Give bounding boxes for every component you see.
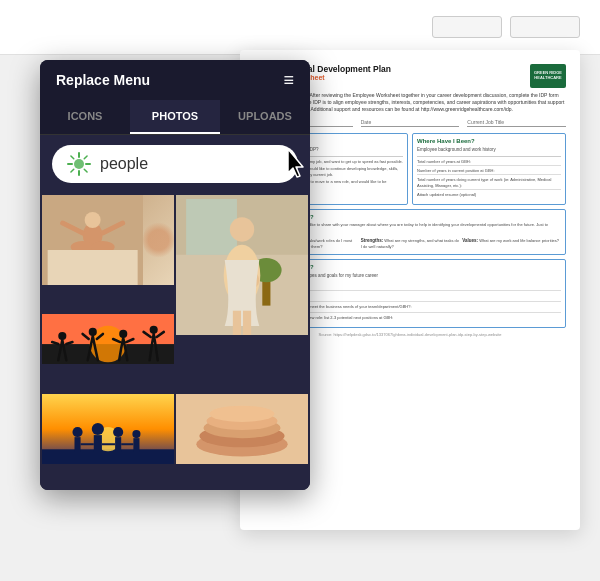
svg-point-0 [74, 159, 84, 169]
where-been-line-4: Attach updated resume (optional) [417, 192, 561, 198]
image-grid [40, 193, 310, 490]
sunburst-icon [66, 151, 92, 177]
svg-point-37 [72, 427, 82, 437]
svg-rect-38 [74, 437, 80, 451]
top-inputs [432, 16, 580, 38]
search-input-wrapper[interactable]: people [52, 145, 298, 183]
doc-field-job: Current Job Title [467, 119, 566, 127]
tab-photos[interactable]: PHOTOS [130, 100, 220, 134]
hamburger-icon[interactable]: ≡ [283, 70, 294, 91]
today-values: Values: What are my work and life balanc… [462, 238, 561, 250]
menu-title: Replace Menu [56, 72, 150, 88]
top-input-2[interactable] [510, 16, 580, 38]
svg-line-5 [71, 156, 74, 159]
tab-icons[interactable]: ICONS [40, 100, 130, 134]
doc-logo-text: GREEN RIDGEHEALTHCARE [534, 71, 562, 81]
where-been-title: Where Have I Been? [417, 138, 561, 144]
top-bar [0, 0, 600, 55]
photo-hands[interactable] [176, 394, 308, 464]
today-strengths: Strengths: What are my strengths, and wh… [361, 238, 460, 250]
menu-tabs: ICONS PHOTOS UPLOADS [40, 100, 310, 135]
svg-point-41 [113, 427, 123, 437]
svg-rect-40 [94, 435, 102, 451]
svg-rect-44 [133, 438, 139, 451]
svg-rect-19 [186, 199, 237, 255]
svg-rect-42 [115, 437, 121, 451]
doc-field-date: Date [361, 119, 460, 127]
svg-point-11 [85, 212, 101, 228]
svg-rect-35 [42, 449, 174, 464]
top-input-1[interactable] [432, 16, 502, 38]
menu-topbar: Replace Menu ≡ [40, 60, 310, 100]
svg-rect-25 [233, 311, 241, 335]
photo-group[interactable] [42, 394, 174, 464]
photo-pregnant[interactable] [176, 195, 308, 335]
doc-logo: GREEN RIDGEHEALTHCARE [530, 64, 566, 88]
photo-yoga[interactable] [42, 195, 174, 285]
where-been-line-3: Total number of years doing current type… [417, 177, 561, 190]
replace-menu-panel: Replace Menu ≡ ICONS PHOTOS UPLOADS [40, 60, 310, 490]
photo-jump[interactable] [42, 314, 174, 364]
cursor-icon [284, 147, 310, 183]
svg-point-43 [132, 430, 140, 438]
where-been-line-2: Number of years in current position at G… [417, 168, 561, 175]
svg-rect-26 [243, 311, 251, 335]
svg-line-8 [71, 169, 74, 172]
where-been-body: Employee background and work history [417, 147, 561, 154]
svg-rect-16 [48, 250, 138, 285]
search-input-value[interactable]: people [100, 155, 148, 173]
svg-point-53 [210, 405, 275, 421]
svg-point-39 [92, 423, 104, 435]
search-bar: people [40, 135, 310, 193]
where-been-line-1: Total number of years at GBH: [417, 159, 561, 166]
svg-line-6 [84, 169, 87, 172]
doc-section-where-been: Where Have I Been? Employee background a… [412, 133, 566, 205]
svg-line-7 [84, 156, 87, 159]
svg-point-22 [230, 217, 254, 241]
tab-uploads[interactable]: UPLOADS [220, 100, 310, 134]
